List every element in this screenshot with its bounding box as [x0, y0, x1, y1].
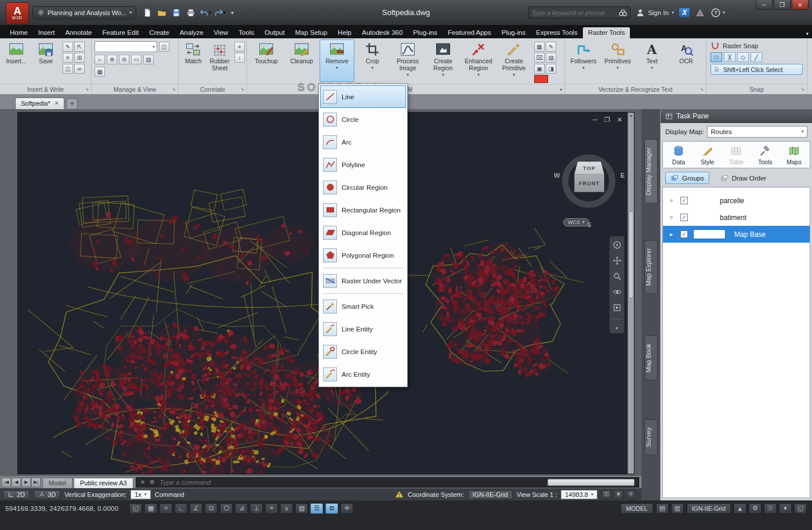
match-button[interactable]: Match: [180, 39, 206, 82]
next-layout-button[interactable]: ▶: [21, 478, 31, 487]
redo-button[interactable]: ▾: [213, 6, 226, 19]
enhanced-region-button[interactable]: Enhanced Region▾: [461, 39, 496, 82]
text-button[interactable]: AText▾: [635, 39, 669, 82]
coordinate-system-value[interactable]: IGN-IIE-Grid: [468, 490, 513, 499]
bulb-icon[interactable]: ✧: [626, 490, 636, 499]
prev-layout-button[interactable]: ◀: [12, 478, 21, 487]
viewcube-cube[interactable]: TOP FRONT: [574, 161, 604, 192]
model-space-button[interactable]: MODEL: [621, 503, 652, 514]
tp-tool-tools[interactable]: Tools: [752, 145, 778, 165]
zoom-in-icon[interactable]: ⊕: [107, 55, 117, 64]
rem-mask-icon[interactable]: ▨: [546, 53, 556, 63]
rem-color-icon[interactable]: ◨: [546, 64, 556, 74]
rem-merge-icon[interactable]: ▣: [534, 64, 545, 74]
ribbon-tab-feature-edit[interactable]: Feature Edit: [97, 27, 144, 38]
side-tab-display-manager[interactable]: Display Manager: [644, 139, 658, 204]
layout-tab-public-review-a3[interactable]: Public review A3: [74, 478, 133, 488]
mode-2d-button[interactable]: 2D: [3, 490, 30, 499]
workspace-switcher[interactable]: Planning and Analysis Wo... ▾: [32, 6, 136, 19]
layer-row-parcelle[interactable]: ▿parcelle: [663, 192, 810, 209]
raster-snap-endpoint-icon[interactable]: □: [710, 52, 722, 62]
create-region-button[interactable]: Create Region▾: [426, 39, 461, 82]
dynamic-ucs-icon[interactable]: ⊥: [250, 503, 263, 514]
image-select-combo[interactable]: ▾: [95, 41, 157, 52]
crop-button[interactable]: Crop▾: [355, 39, 390, 82]
save-button[interactable]: [170, 6, 183, 19]
status-menu-icon[interactable]: ▾: [779, 503, 792, 514]
link-image-icon[interactable]: ∞: [74, 64, 85, 74]
rem-erase-icon[interactable]: ⌧: [534, 53, 545, 63]
tab-close-icon[interactable]: ✕: [55, 100, 59, 106]
followers-button[interactable]: Followers▾: [567, 39, 600, 82]
expand-arrow-icon[interactable]: ▿: [668, 197, 675, 204]
first-layout-button[interactable]: |◀: [2, 478, 11, 487]
object-snap-tracking-icon[interactable]: ⊿: [235, 503, 248, 514]
menu-item-circular-region[interactable]: Circular Region: [320, 176, 406, 199]
undo-button[interactable]: ▾: [199, 6, 212, 19]
menu-item-rectangular-region[interactable]: Rectangular Region: [320, 199, 406, 221]
export-image-icon[interactable]: ⇱: [74, 42, 85, 52]
layer-rename-input[interactable]: [693, 229, 726, 239]
rem-edit-icon[interactable]: ✎: [546, 42, 556, 52]
rubber-sheet-button[interactable]: Rubber Sheet: [207, 39, 233, 82]
menu-item-polyline[interactable]: Polyline: [320, 153, 406, 176]
command-customize-icon[interactable]: ⚙: [150, 479, 155, 485]
menu-item-circle[interactable]: Circle: [320, 108, 406, 131]
navbar-menu-icon[interactable]: ▾: [615, 326, 618, 331]
panel-launcher-icon[interactable]: ↘: [85, 86, 89, 92]
nav-orbit-icon[interactable]: [612, 287, 622, 297]
quick-view-drawings-icon[interactable]: ▤: [656, 503, 669, 514]
primitives-button[interactable]: Primitives▾: [601, 39, 635, 82]
wcs-menu[interactable]: WCS ▾: [563, 218, 589, 226]
clean-screen-icon[interactable]: ◱: [794, 503, 807, 514]
view-scale-select[interactable]: 14983.8 ▾: [561, 490, 597, 499]
compass-west-label[interactable]: W: [554, 172, 560, 179]
ribbon-tab-help[interactable]: Help: [332, 27, 357, 38]
menu-item-arc-entity[interactable]: Arc Entity: [320, 363, 406, 385]
raster-color-swatch[interactable]: [534, 75, 548, 83]
drawing-restore-button[interactable]: ❐: [604, 116, 610, 124]
compass-east-label[interactable]: E: [621, 172, 625, 179]
image-options-icon[interactable]: ≡: [63, 53, 73, 63]
cleanup-button[interactable]: Cleanup: [284, 39, 319, 82]
menu-item-diagonal-region[interactable]: Diagonal Region: [320, 221, 406, 244]
close-button[interactable]: ✕: [792, 0, 809, 10]
ribbon-tab-autodesk-360[interactable]: Autodesk 360: [357, 27, 408, 38]
task-pane-header[interactable]: Task Pane: [661, 109, 812, 123]
zoom-to-image-icon[interactable]: ⌕: [95, 55, 105, 64]
maximize-button[interactable]: ❐: [774, 0, 791, 10]
exchange-apps-button[interactable]: X: [679, 8, 690, 17]
tp-tool-maps[interactable]: Maps: [781, 145, 807, 165]
embed-image-icon[interactable]: ⊞: [74, 53, 85, 63]
ortho-mode-icon[interactable]: ∟: [175, 503, 187, 514]
ribbon-tab-analyze[interactable]: Analyze: [175, 27, 209, 38]
nav-motion-icon[interactable]: [612, 303, 622, 312]
tp-tool-style[interactable]: Style: [695, 145, 720, 165]
scroll-up-icon[interactable]: ▲: [629, 113, 633, 118]
display-map-select[interactable]: Routes ▾: [707, 126, 807, 138]
rem-grips-icon[interactable]: ▦: [534, 42, 545, 52]
new-file-button[interactable]: [141, 6, 154, 19]
image-frame-icon[interactable]: ◫: [159, 42, 169, 52]
raster-snap-center-icon[interactable]: ◇: [737, 52, 749, 62]
drawing-minimize-button[interactable]: ─: [593, 116, 597, 124]
transparency-icon[interactable]: ▨: [295, 503, 308, 514]
side-tab-map-explorer[interactable]: Map Explorer: [644, 240, 658, 294]
ribbon-tab-express-tools[interactable]: Express Tools: [531, 27, 582, 38]
sun-daylight-icon[interactable]: ☀: [614, 490, 624, 499]
search-binoculars-icon[interactable]: [618, 8, 628, 17]
a360-icon[interactable]: [695, 8, 705, 18]
minimize-button[interactable]: ─: [756, 0, 773, 10]
menu-item-arc[interactable]: Arc: [320, 131, 406, 153]
workspace-switch-icon[interactable]: ⚙: [749, 503, 762, 514]
ribbon-tab-annotate[interactable]: Annotate: [60, 27, 97, 38]
new-tab-button[interactable]: +: [66, 98, 78, 109]
polar-tracking-icon[interactable]: ∠: [190, 503, 202, 514]
ribbon-tab-map-setup[interactable]: Map Setup: [290, 27, 333, 38]
expand-arrow-icon[interactable]: ▿: [668, 214, 675, 221]
plot-button[interactable]: [184, 6, 197, 19]
image-transparency-icon[interactable]: ▨: [143, 55, 154, 64]
ribbon-tab-insert[interactable]: Insert: [33, 27, 60, 38]
quick-view-layouts-icon[interactable]: ▥: [671, 503, 684, 514]
insert-button[interactable]: Insert...: [2, 39, 31, 82]
